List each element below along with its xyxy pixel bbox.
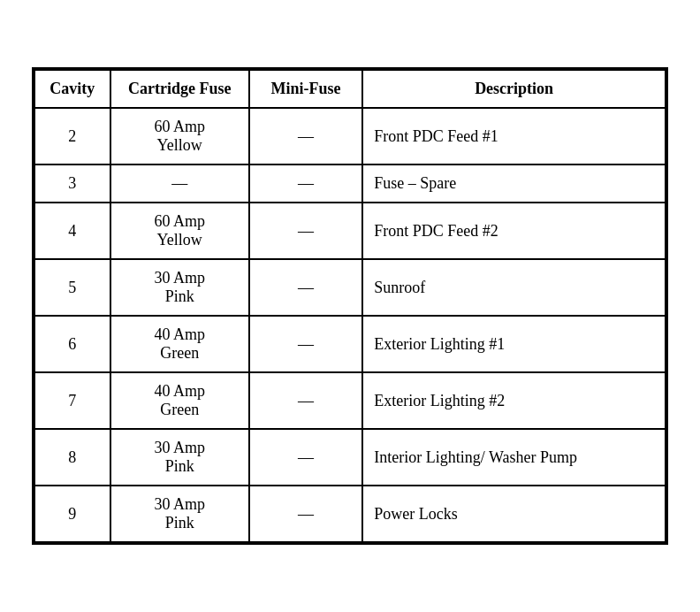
cell-mini: — (249, 372, 363, 429)
cell-cavity: 5 (34, 259, 110, 316)
table-row: 3——Fuse – Spare (34, 164, 666, 203)
cell-cartridge: 40 AmpGreen (110, 316, 249, 372)
table-row: 930 AmpPink—Power Locks (34, 486, 666, 542)
cell-cavity: 8 (34, 429, 110, 486)
table-header-row: Cavity Cartridge Fuse Mini-Fuse Descript… (34, 70, 666, 108)
table-row: 640 AmpGreen—Exterior Lighting #1 (34, 316, 666, 372)
cell-mini: — (249, 486, 363, 542)
table-row: 260 AmpYellow—Front PDC Feed #1 (34, 108, 666, 164)
cell-description: Exterior Lighting #1 (362, 316, 666, 372)
cell-mini: — (249, 429, 363, 486)
cell-cavity: 3 (34, 164, 110, 203)
cell-cartridge: 60 AmpYellow (110, 203, 249, 259)
cell-description: Fuse – Spare (362, 164, 666, 203)
cell-description: Front PDC Feed #1 (362, 108, 666, 164)
table-row: 460 AmpYellow—Front PDC Feed #2 (34, 203, 666, 259)
cell-mini: — (249, 108, 363, 164)
table-row: 830 AmpPink—Interior Lighting/ Washer Pu… (34, 429, 666, 486)
cell-cavity: 4 (34, 203, 110, 259)
cell-description: Front PDC Feed #2 (362, 203, 666, 259)
cell-cavity: 7 (34, 372, 110, 429)
cell-description: Sunroof (362, 259, 666, 316)
cell-cartridge: 40 AmpGreen (110, 372, 249, 429)
fuse-table: Cavity Cartridge Fuse Mini-Fuse Descript… (34, 69, 666, 543)
header-mini: Mini-Fuse (249, 70, 363, 108)
cell-cavity: 6 (34, 316, 110, 372)
cell-cartridge: 60 AmpYellow (110, 108, 249, 164)
cell-cartridge: — (110, 164, 249, 203)
cell-description: Exterior Lighting #2 (362, 372, 666, 429)
cell-mini: — (249, 203, 363, 259)
cell-description: Power Locks (362, 486, 666, 542)
cell-mini: — (249, 164, 363, 203)
cell-cavity: 2 (34, 108, 110, 164)
cell-mini: — (249, 259, 363, 316)
cell-mini: — (249, 316, 363, 372)
header-cavity: Cavity (34, 70, 110, 108)
cell-cartridge: 30 AmpPink (110, 486, 249, 542)
fuse-table-container: Cavity Cartridge Fuse Mini-Fuse Descript… (32, 67, 668, 545)
cell-cartridge: 30 AmpPink (110, 429, 249, 486)
table-row: 740 AmpGreen—Exterior Lighting #2 (34, 372, 666, 429)
cell-cartridge: 30 AmpPink (110, 259, 249, 316)
cell-description: Interior Lighting/ Washer Pump (362, 429, 666, 486)
header-description: Description (362, 70, 666, 108)
cell-cavity: 9 (34, 486, 110, 542)
header-cartridge: Cartridge Fuse (110, 70, 249, 108)
table-row: 530 AmpPink—Sunroof (34, 259, 666, 316)
